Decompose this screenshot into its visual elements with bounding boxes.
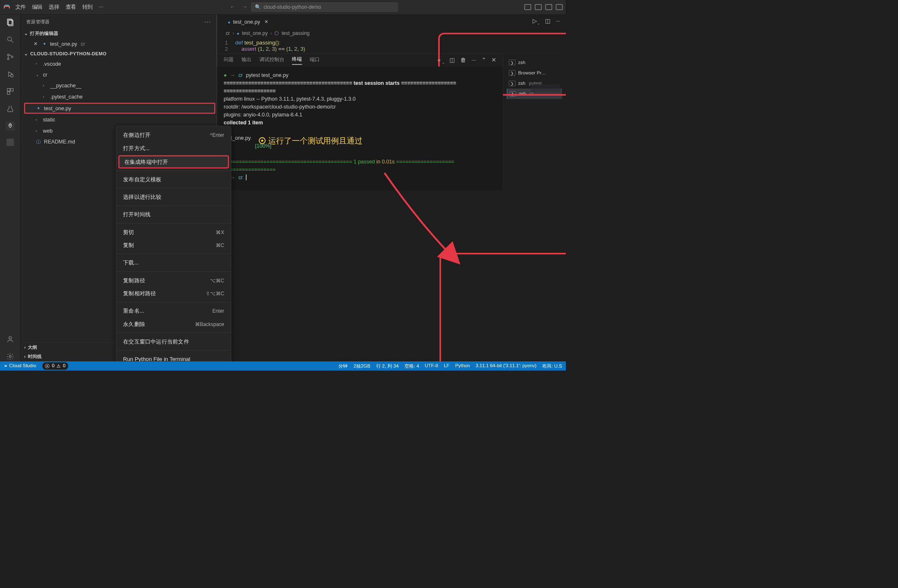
sb-interpreter[interactable]: 3.11.1 64-bit ('3.11.1': pyenv) [476,363,536,369]
settings-gear-icon[interactable] [5,352,15,361]
menu-file[interactable]: 文件 [15,4,26,11]
terminal[interactable]: ● → cr pytest test_one.py ==============… [217,67,503,190]
python-file-icon [237,30,239,36]
close-panel-icon[interactable]: ✕ [491,57,496,64]
sb-problems[interactable]: ⓧ0 ⚠0 [42,362,68,370]
folder-static[interactable]: ›static [22,114,217,125]
sb-line-col[interactable]: 行 2, 列 34 [376,363,399,369]
cm-publish-template[interactable]: 发布自定义模板 [116,173,231,186]
nav-back-icon[interactable]: ← [230,4,236,10]
layout-secondary-sidebar-icon[interactable] [545,4,552,10]
panel-tab-terminal[interactable]: 终端 [292,56,302,64]
breadcrumb[interactable]: cr › test_one.py › ⬡ test_passing [217,29,566,38]
folder-label: static [43,117,55,123]
search-icon: 🔍 [255,4,261,10]
folder-vscode[interactable]: ›.vscode [22,58,217,69]
menu-view[interactable]: 查看 [66,4,76,11]
panel-tab-output[interactable]: 输出 [242,56,252,64]
cm-copy-rel-path[interactable]: 复制相对路径⇧⌥⌘C [116,287,231,300]
panel-tab-problems[interactable]: 问题 [224,56,234,64]
terminal-list-item[interactable]: zsh [507,57,562,67]
explorer-icon[interactable] [5,17,15,27]
folder-pycache[interactable]: ›__pycache__ [22,80,217,91]
sb-language[interactable]: Python [455,363,470,369]
python-file-icon [36,106,42,111]
timeline-label: 时间线 [28,353,42,360]
sb-layout[interactable]: 布局: U.S [542,363,562,369]
split-terminal-icon[interactable]: ◫ [449,57,455,64]
cm-open-timeline[interactable]: 打开时间线 [116,208,231,221]
folder-label: __pycache__ [50,83,81,89]
cm-copy[interactable]: 复制⌘C [116,239,231,252]
accounts-icon[interactable] [5,335,15,344]
run-debug-icon[interactable] [5,69,15,79]
cm-run-terminal[interactable]: Run Python File in Terminal [116,353,231,361]
sb-eol[interactable]: LF [444,363,449,369]
layout-primary-sidebar-icon[interactable] [524,4,531,10]
editor-tab[interactable]: test_one.py ✕ [224,16,272,27]
cm-open-terminal[interactable]: 在集成终端中打开 [118,156,229,169]
terminal-icon [509,91,516,96]
cm-rename[interactable]: 重命名...Enter [116,304,231,318]
sb-spaces[interactable]: 空格: 4 [405,363,419,369]
chevron-right-icon: › [36,128,40,133]
menu-overflow[interactable]: ··· [99,4,104,11]
workspace-section[interactable]: ⌄ CLOUD-STUDIO-PYTHON-DEMO [20,49,217,58]
cm-open-side[interactable]: 在侧边打开^Enter [116,128,231,142]
line-number: 1 [217,40,235,46]
cm-cut[interactable]: 剪切⌘X [116,225,231,239]
split-editor-icon[interactable]: ◫ [545,18,550,25]
panel-tabs: 问题 输出 调试控制台 终端 端口 ＋⌄ ◫ 🗑 ··· ⌃ ✕ [217,54,503,67]
open-editors-label: 打开的编辑器 [30,30,58,37]
open-editor-item[interactable]: ✕ test_one.py cr [20,38,217,49]
file-test-one[interactable]: test_one.py [24,103,215,114]
chevron-right-icon: › [24,344,26,350]
folder-label: cr [43,72,47,77]
menu-go[interactable]: 转到 [82,4,93,11]
code-editor[interactable]: 1 def test_passing(): 2 assert (1, 2, 3)… [217,38,566,54]
stop-icon[interactable] [6,138,14,146]
close-icon[interactable]: ✕ [34,41,37,47]
panel-tab-ports[interactable]: 端口 [310,56,320,64]
breadcrumb-folder: cr [226,30,230,36]
editor-more-icon[interactable]: ··· [556,18,561,25]
testing-icon[interactable] [5,104,15,114]
sb-encoding[interactable]: UTF-8 [425,363,438,369]
sb-cloud-studio[interactable]: ⚭Cloud Studio [4,363,36,369]
folder-cr[interactable]: ⌄cr [22,69,217,80]
folder-pytest-cache[interactable]: ›.pytest_cache [22,91,217,102]
cm-delete[interactable]: 永久删除⌘Backspace [116,318,231,331]
panel-tab-debug[interactable]: 调试控制台 [259,56,284,64]
chevron-right-icon: › [36,118,40,122]
cm-download[interactable]: 下载... [116,256,231,269]
sb-time[interactable]: 分钟 [338,363,348,369]
rocket-icon[interactable] [5,121,15,131]
sb-resources[interactable]: 2核2GB [353,363,370,369]
command-center[interactable]: 🔍 cloud-studio-python-demo [251,2,398,12]
line-number: 2 [217,46,235,52]
new-terminal-icon[interactable]: ＋⌄ [436,56,444,64]
nav-forward-icon[interactable]: → [242,4,248,10]
panel-more-icon[interactable]: ··· [471,57,476,64]
cm-run-interactive[interactable]: 在交互窗口中运行当前文件 [116,335,231,348]
layout-customize-icon[interactable] [556,4,562,10]
svg-point-6 [11,56,13,58]
explorer-more-icon[interactable]: ··· [204,18,211,25]
run-icon[interactable]: ▷⌄ [533,18,540,25]
close-icon[interactable]: ✕ [264,19,268,25]
source-control-icon[interactable] [5,52,15,62]
maximize-panel-icon[interactable]: ⌃ [481,57,486,64]
svg-point-4 [7,54,9,56]
extensions-icon[interactable] [5,87,15,96]
cm-open-with[interactable]: 打开方式... [116,142,231,155]
cm-copy-path[interactable]: 复制路径⌥⌘C [116,274,231,287]
menu-selection[interactable]: 选择 [49,4,59,11]
kill-terminal-icon[interactable]: 🗑 [460,57,466,64]
search-activity-icon[interactable] [5,35,15,44]
open-editors-section[interactable]: ⌄ 打开的编辑器 [20,29,217,38]
terminal-list-item[interactable]: Browser Pr… [507,68,562,78]
minimap[interactable] [531,84,560,92]
layout-panel-icon[interactable] [535,4,541,10]
cm-compare[interactable]: 选择以进行比较 [116,190,231,204]
menu-edit[interactable]: 编辑 [32,4,42,11]
